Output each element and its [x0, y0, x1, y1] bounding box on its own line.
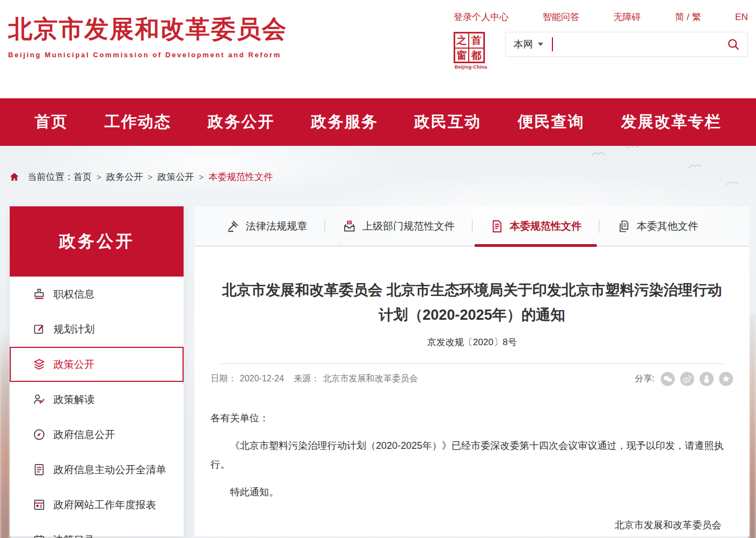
share-label: 分享:: [635, 373, 654, 385]
tab-label: 本委其他文件: [637, 219, 698, 233]
main-layout: 政务公开 职权信息 规划计划 政策: [0, 206, 756, 536]
nav-item-gov-services[interactable]: 政务服务: [311, 111, 378, 133]
tab-label: 上级部门规范性文件: [362, 219, 455, 233]
closing-line: 特此通知。: [211, 483, 733, 502]
star-icon[interactable]: [719, 372, 733, 386]
site-subtitle: Beijing Municipal Commission of Developm…: [8, 51, 287, 59]
search-scope-dropdown[interactable]: 本网: [514, 38, 543, 51]
english-link[interactable]: EN: [735, 12, 748, 23]
article-card: 北京市发展和改革委员会 北京市生态环境局关于印发北京市塑料污染治理行动计划（20…: [194, 246, 750, 536]
breadcrumb-separator: >: [148, 172, 153, 181]
search-bar: 本网: [505, 32, 748, 57]
breadcrumb-location-label: 当前位置：: [28, 171, 73, 183]
nav-item-work-updates[interactable]: 工作动态: [104, 111, 171, 133]
breadcrumb-gov-affairs[interactable]: 政务公开: [106, 171, 143, 183]
sidebar-item-gov-info-disclosure[interactable]: 政府信息公开: [10, 417, 184, 452]
share-bar: 分享:: [635, 372, 733, 386]
seal-caption: Beijing-China: [454, 64, 488, 70]
accessibility-link[interactable]: 无障碍: [613, 11, 641, 23]
tab-bar: 法律法规规章 上级部门规范性文件 本委规范性文件: [194, 206, 750, 246]
sidebar-item-label: 职权信息: [53, 287, 94, 301]
breadcrumb-policy[interactable]: 政策公开: [158, 171, 194, 183]
sidebar-title: 政务公开: [10, 206, 184, 277]
date-label: 日期：: [211, 374, 237, 383]
signature: 北京市发展和改革委员会: [211, 516, 733, 535]
meta-row: 日期：2020-12-24来源：北京市发展和改革委员会 分享:: [211, 364, 733, 386]
date-value: 2020-12-24: [240, 374, 284, 383]
document-number: 京发改规〔2020〕8号: [211, 336, 733, 348]
main-column: 法律法规规章 上级部门规范性文件 本委规范性文件: [194, 206, 750, 536]
breadcrumb: 当前位置： 首页 > 政务公开 > 政策公开 > 本委规范性文件: [9, 171, 756, 183]
bird-watermark: [591, 150, 605, 157]
site-logo: 北京市发展和改革委员会 Beijing Municipal Commission…: [8, 13, 287, 81]
sidebar-item-plans[interactable]: 规划计划: [10, 312, 184, 347]
gavel-icon: [226, 219, 240, 233]
tab-laws-regulations[interactable]: 法律法规规章: [208, 206, 325, 246]
seal-char: 窗: [455, 49, 469, 63]
breadcrumb-separator: >: [97, 172, 102, 181]
bird-watermark: [688, 162, 701, 169]
source-label: 来源：: [294, 374, 320, 383]
breadcrumb-separator: >: [199, 172, 204, 181]
sidebar-item-policy-interpretation[interactable]: 政策解读: [10, 382, 184, 417]
nav-item-interaction[interactable]: 政民互动: [414, 111, 481, 133]
plan-edit-icon: [32, 322, 46, 336]
sidebar-item-decision-catalog[interactable]: 决策目录: [10, 522, 184, 538]
login-center-link[interactable]: 登录个人中心: [454, 11, 509, 23]
main-nav: 首页 工作动态 政务公开 政务服务 政民互动 便民查询 发展改革专栏: [0, 98, 756, 146]
content-background: 首页 工作动态 政务公开 政务服务 政民互动 便民查询 发展改革专栏 当前位置：…: [0, 98, 756, 538]
seal-char: 之: [455, 33, 469, 49]
search-input[interactable]: [558, 39, 727, 49]
capital-window-seal: 之 首 窗 都: [454, 32, 485, 63]
tab-superior-normative-documents[interactable]: 上级部门规范性文件: [325, 206, 472, 246]
article-meta: 日期：2020-12-24来源：北京市发展和改革委员会: [211, 373, 421, 385]
site-title: 北京市发展和改革委员会: [8, 13, 287, 45]
qq-icon[interactable]: [699, 372, 714, 386]
stamp-icon: [32, 287, 46, 301]
tab-commission-other-documents[interactable]: 本委其他文件: [599, 206, 716, 246]
article-body: 各有关单位： 《北京市塑料污染治理行动计划（2020-2025年）》已经市委深改…: [211, 409, 733, 535]
chevron-down-icon: [538, 43, 543, 46]
inbox-icon: [342, 219, 356, 233]
tab-commission-normative-documents[interactable]: 本委规范性文件: [473, 206, 599, 246]
sidebar-item-annual-website-report[interactable]: 政府网站工作年度报表: [10, 487, 184, 522]
nav-item-reform-column[interactable]: 发展改革专栏: [621, 111, 721, 133]
article-title: 北京市发展和改革委员会 北京市生态环境局关于印发北京市塑料污染治理行动计划（20…: [215, 278, 728, 327]
seal-char: 都: [469, 49, 483, 63]
site-header: 北京市发展和改革委员会 Beijing Municipal Commission…: [0, 0, 756, 81]
sidebar-item-proactive-disclosure-list[interactable]: 政府信息主动公开全清单: [10, 452, 184, 487]
tab-label: 法律法规规章: [246, 219, 307, 233]
nav-item-home[interactable]: 首页: [35, 111, 68, 133]
nav-item-gov-affairs[interactable]: 政务公开: [208, 111, 275, 133]
capital-window-logo[interactable]: 之 首 窗 都 Beijing-China: [454, 32, 488, 70]
files-icon: [617, 219, 631, 233]
nav-item-convenient-query[interactable]: 便民查询: [518, 111, 585, 133]
sidebar-item-label: 政府信息公开: [53, 428, 115, 442]
sidebar-item-label: 政府网站工作年度报表: [53, 498, 156, 512]
simplified-traditional-link[interactable]: 简 / 繁: [675, 11, 701, 23]
sidebar-item-label: 政府信息主动公开全清单: [53, 463, 166, 477]
wechat-icon[interactable]: [660, 372, 675, 386]
sidebar-item-authority-info[interactable]: 职权信息: [10, 277, 184, 312]
compass-icon: [32, 428, 46, 441]
search-icon[interactable]: [727, 38, 740, 51]
seal-char: 首: [469, 33, 483, 49]
body-paragraph: 《北京市塑料污染治理行动计划（2020-2025年）》已经市委深改委第十四次会议…: [211, 436, 733, 474]
home-icon: [9, 171, 20, 183]
sidebar-item-policy-disclosure[interactable]: 政策公开: [10, 347, 184, 382]
document-list-icon: [32, 463, 46, 476]
breadcrumb-home[interactable]: 首页: [73, 171, 92, 183]
page: 北京市发展和改革委员会 Beijing Municipal Commission…: [0, 0, 756, 538]
weibo-icon[interactable]: [680, 372, 694, 386]
layers-icon: [32, 358, 46, 371]
document-icon: [490, 219, 504, 233]
search-row: 之 首 窗 都 Beijing-China 本网: [454, 32, 748, 70]
salutation: 各有关单位：: [211, 409, 733, 428]
report-table-icon: [32, 498, 46, 512]
sidebar-item-label: 政策解读: [53, 393, 94, 407]
text-caret: [552, 37, 553, 51]
sidebar-item-label: 规划计划: [53, 322, 94, 337]
search-scope-label: 本网: [514, 38, 533, 51]
smart-qa-link[interactable]: 智能问答: [543, 11, 579, 23]
top-links: 登录个人中心 智能问答 无障碍 简 / 繁 EN: [454, 11, 748, 23]
